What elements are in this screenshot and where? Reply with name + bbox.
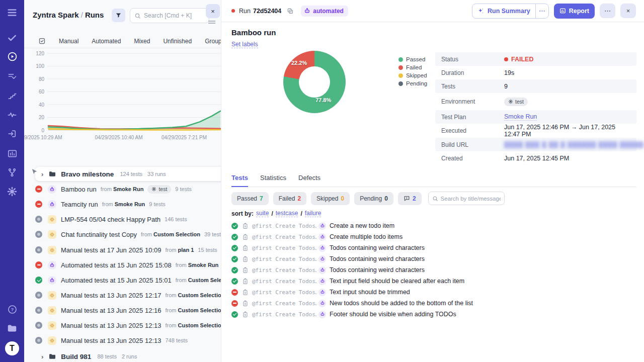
integrations-branch-icon[interactable] — [0, 164, 24, 181]
run-plan[interactable]: plan 1 — [178, 247, 194, 253]
run-row[interactable]: Manual tests at 13 Jun 2025 12:17 from C… — [24, 288, 221, 303]
test-suite[interactable]: @first Create Todos… — [252, 223, 316, 229]
chevron-right-icon[interactable]: › — [41, 353, 43, 360]
filter-failed[interactable]: Failed2 — [273, 192, 306, 205]
run-title[interactable]: Manual tests at 13 Jun 2025 12:16 — [61, 307, 161, 314]
run-plan[interactable]: Custom Selection — [188, 277, 221, 283]
run-more-button[interactable]: ⋯ — [600, 4, 615, 18]
tab-tests[interactable]: Tests — [231, 174, 248, 187]
collapse-icon[interactable] — [208, 21, 215, 24]
build-url-blurred[interactable]: ████ ███ █ ██ █ ██████ ████ █████ █ — [504, 141, 644, 148]
test-row[interactable]: @first Create Todos… Create multiple tod… — [231, 231, 473, 242]
test-title[interactable]: Create multiple todo items — [330, 233, 403, 240]
breadcrumb-project[interactable]: Zyntra Spark — [33, 11, 79, 19]
tab-defects[interactable]: Defects — [298, 174, 320, 187]
brand-logo[interactable]: T — [0, 340, 24, 357]
test-row[interactable]: @first Create Todos… Todos containing we… — [231, 253, 473, 264]
test-title[interactable]: Create a new todo item — [330, 222, 394, 229]
automated-badge[interactable]: automated — [301, 6, 348, 17]
filter-passed[interactable]: Passed7 — [231, 192, 269, 205]
test-row[interactable]: @first Create Todos… Todos containing we… — [231, 242, 473, 253]
run-summary-button[interactable]: Run Summary — [472, 8, 535, 15]
runs-search-input[interactable] — [144, 12, 205, 19]
run-close-button[interactable]: × — [620, 4, 636, 18]
group-name[interactable]: Bravo milestone — [61, 170, 114, 178]
runs-play-icon[interactable] — [0, 48, 24, 65]
run-title[interactable]: Manual tests at 13 Jun 2025 12:13 — [61, 322, 161, 329]
run-row[interactable]: Bamboo run from Smoke Run test 9 tests — [24, 182, 221, 197]
legend-item[interactable]: Failed — [398, 63, 427, 71]
run-row[interactable]: Automated tests at 15 Jun 2025 15:01 fro… — [24, 273, 221, 288]
run-plan[interactable]: Smoke Run — [115, 201, 145, 207]
test-row[interactable]: @first Create Todos… Text input should b… — [231, 287, 473, 298]
set-labels-link[interactable]: Set labels — [231, 41, 258, 48]
sort-by-failure[interactable]: failure — [305, 210, 321, 217]
menu-icon[interactable] — [0, 4, 24, 21]
test-suite[interactable]: @first Create Todos… — [252, 267, 316, 274]
tab-manual[interactable]: Manual — [59, 38, 78, 45]
run-row[interactable]: Manual tests at 13 Jun 2025 12:16 from C… — [24, 303, 221, 318]
projects-folder-icon[interactable] — [0, 320, 24, 337]
analytics-pulse-icon[interactable] — [0, 106, 24, 123]
tab-automated[interactable]: Automated — [92, 38, 121, 45]
test-row[interactable]: @first Create Todos… Create a new todo i… — [231, 220, 473, 231]
report-button[interactable]: Report — [554, 4, 595, 19]
group-row-bravo-milestone[interactable]: › Bravo milestone 124 tests 33 runs — [35, 167, 221, 181]
filter-comments[interactable]: 2 — [398, 192, 422, 205]
test-title[interactable]: Text input field should be cleared after… — [330, 278, 464, 285]
tests-check-icon[interactable] — [0, 29, 24, 46]
sort-by-testcase[interactable]: testcase — [276, 210, 298, 217]
tab-statistics[interactable]: Statistics — [260, 174, 286, 187]
legend-item[interactable]: Skipped — [398, 71, 427, 79]
chevron-right-icon[interactable]: › — [41, 170, 43, 178]
run-plan[interactable]: Custom Selection — [178, 322, 221, 328]
run-plan[interactable]: Smoke Run — [188, 262, 219, 268]
test-row[interactable]: @first Create Todos… Todos containing we… — [231, 264, 473, 276]
run-row[interactable]: LMP-554 05/04 check Happy Path 146 tests — [24, 212, 221, 227]
pull-requests-icon[interactable] — [0, 125, 24, 142]
test-suite[interactable]: @first Create Todos… — [252, 256, 316, 262]
reports-bar-chart-icon[interactable] — [0, 145, 24, 162]
run-title[interactable]: Automated tests at 15 Jun 2025 15:08 — [61, 261, 172, 269]
run-title[interactable]: Bamboo run — [61, 186, 97, 193]
test-title[interactable]: Todos containing weird characters — [330, 266, 425, 274]
run-row[interactable]: Manual tests at 13 Jun 2025 12:13 from C… — [24, 318, 221, 333]
test-plan-link[interactable]: Smoke Run — [504, 113, 537, 121]
run-plan[interactable]: Custom Selection — [178, 307, 221, 313]
test-row[interactable]: @first Create Todos… Text input field sh… — [231, 276, 473, 287]
tab-groups[interactable]: Groups — [205, 38, 221, 45]
run-summary-more-button[interactable]: ⋯ — [535, 4, 548, 18]
env-badge[interactable]: test — [504, 98, 528, 106]
run-plan[interactable]: Custom Selection — [153, 231, 200, 237]
select-all-icon[interactable] — [38, 37, 46, 45]
run-title[interactable]: Teamcity run — [61, 201, 98, 208]
run-title[interactable]: Manual tests at 13 Jun 2025 12:13 — [61, 337, 161, 344]
legend-item[interactable]: Passed — [398, 55, 427, 63]
test-title[interactable]: Todos containing weird characters — [330, 255, 425, 262]
tests-search-input[interactable] — [441, 196, 501, 202]
run-title[interactable]: Automated tests at 15 Jun 2025 15:01 — [61, 277, 172, 284]
milestones-steps-icon[interactable] — [0, 87, 24, 104]
group-row-build-981[interactable]: › Build 981 88 tests 2 runs — [24, 349, 221, 362]
help-icon[interactable]: ? — [0, 301, 24, 318]
test-suite[interactable]: @first Create Todos… — [252, 278, 316, 285]
run-row[interactable]: Chat functinality test Copy from Custom … — [24, 227, 221, 242]
run-title[interactable]: Manual tests at 17 Jun 2025 10:09 — [61, 246, 161, 254]
test-title[interactable]: Todos containing weird characters — [330, 244, 425, 251]
run-title[interactable]: LMP-554 05/04 check Happy Path — [61, 216, 160, 223]
legend-item[interactable]: Pending — [398, 79, 427, 87]
run-row[interactable]: Automated tests at 15 Jun 2025 15:08 fro… — [24, 257, 221, 273]
run-plan[interactable]: Smoke Run — [113, 186, 144, 192]
run-title[interactable]: Chat functinality test Copy — [61, 231, 137, 238]
test-suite[interactable]: @first Create Todos… — [252, 245, 316, 251]
filter-skipped[interactable]: Skipped0 — [311, 192, 350, 205]
run-row[interactable]: Teamcity run from Smoke Run 9 tests — [24, 197, 221, 212]
run-plan[interactable]: Custom Selection — [178, 292, 221, 298]
test-title[interactable]: Footer should be visible when adding TOD… — [330, 311, 456, 318]
tab-unfinished[interactable]: Unfinished — [163, 38, 192, 45]
test-row[interactable]: @first Create Todos… Footer should be vi… — [231, 309, 473, 320]
filter-pending[interactable]: Pending0 — [354, 192, 393, 205]
filter-button[interactable] — [112, 9, 125, 22]
sort-by-suite[interactable]: suite — [256, 210, 269, 217]
run-row[interactable]: Manual tests at 13 Jun 2025 12:13 748 te… — [24, 333, 221, 348]
